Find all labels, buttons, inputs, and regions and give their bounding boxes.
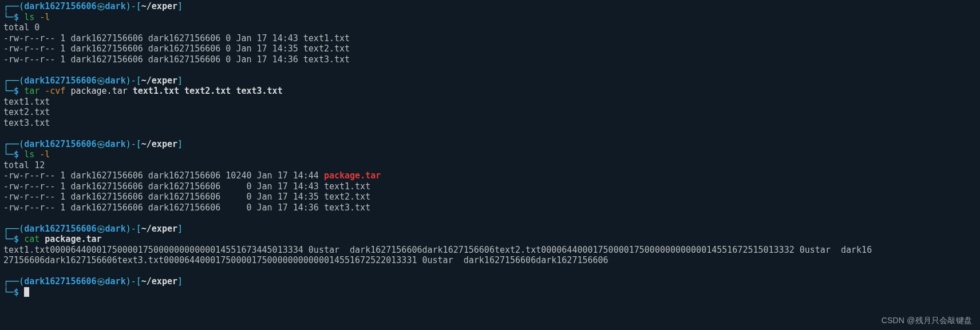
prompt-top: ┌──(dark1627156606㉿dark)-[~/exper] <box>3 139 977 150</box>
prompt-cmd[interactable]: └─$ ls -l <box>3 12 977 23</box>
output-line: -rw-r--r-- 1 dark1627156606 dark16271566… <box>3 202 977 213</box>
output-line: total 12 <box>3 160 977 171</box>
output-line: text2.txt <box>3 107 977 118</box>
blank-line <box>3 297 977 308</box>
prompt-top: ┌──(dark1627156606㉿dark)-[~/exper] <box>3 1 977 12</box>
prompt-top: ┌──(dark1627156606㉿dark)-[~/exper] <box>3 276 977 287</box>
blank-line <box>3 128 977 139</box>
output-line: -rw-r--r-- 1 dark1627156606 dark16271566… <box>3 33 977 44</box>
output-line: total 0 <box>3 22 977 33</box>
blank-line <box>3 65 977 75</box>
csdn-watermark: CSDN @残月只会敲键盘 <box>882 315 972 326</box>
prompt-cmd[interactable]: └─$ cat package.tar <box>3 234 977 245</box>
output-line: -rw-r--r-- 1 dark1627156606 dark16271566… <box>3 192 977 202</box>
prompt-top: ┌──(dark1627156606㉿dark)-[~/exper] <box>3 224 977 234</box>
prompt-cmd[interactable]: └─$ tar -cvf package.tar text1.txt text2… <box>3 86 977 97</box>
prompt-top: ┌──(dark1627156606㉿dark)-[~/exper] <box>3 75 977 86</box>
blank-line <box>3 266 977 277</box>
output-line: -rw-r--r-- 1 dark1627156606 dark16271566… <box>3 170 977 181</box>
output-line: -rw-r--r-- 1 dark1627156606 dark16271566… <box>3 54 977 65</box>
blank-line <box>3 213 977 224</box>
output-line: text3.txt <box>3 118 977 129</box>
output-line: -rw-r--r-- 1 dark1627156606 dark16271566… <box>3 43 977 54</box>
cursor <box>24 287 29 297</box>
terminal[interactable]: ┌──(dark1627156606㉿dark)-[~/exper]└─$ ls… <box>0 0 980 308</box>
output-line: text1.txt <box>3 97 977 108</box>
output-line: 27156606dark1627156606text3.txt000064400… <box>3 255 977 266</box>
output-line: -rw-r--r-- 1 dark1627156606 dark16271566… <box>3 181 977 192</box>
prompt-cmd[interactable]: └─$ <box>3 287 977 298</box>
output-line: text1.txt0000644000175000017500000000000… <box>3 245 977 256</box>
prompt-cmd[interactable]: └─$ ls -l <box>3 149 977 160</box>
